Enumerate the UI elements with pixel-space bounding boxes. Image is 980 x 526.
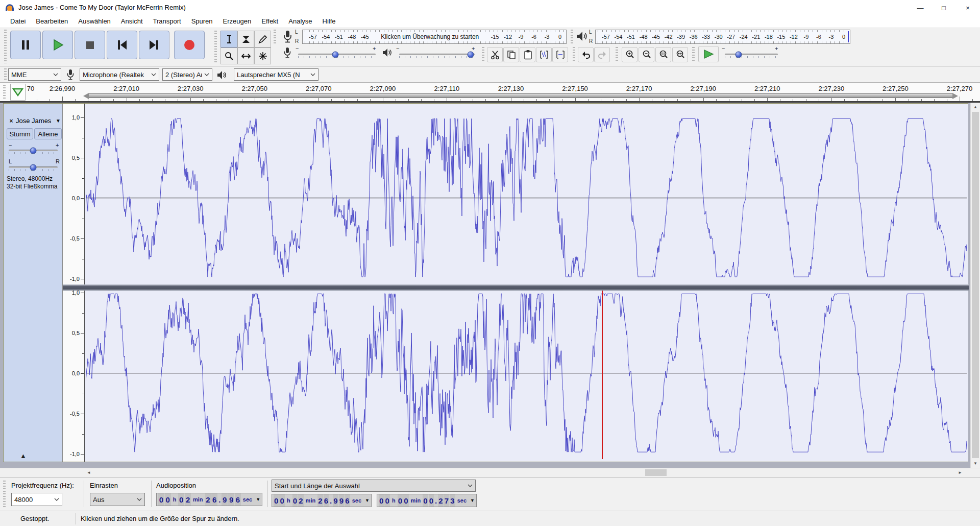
playback-volume-slider-thumb[interactable] bbox=[468, 52, 474, 58]
menu-datei[interactable]: Datei bbox=[5, 15, 31, 28]
edit-toolbar-grip[interactable] bbox=[482, 47, 484, 62]
time-digit[interactable]: 0 bbox=[158, 493, 164, 506]
time-digit[interactable]: 0 bbox=[292, 494, 298, 507]
field-dropdown-arrow-icon[interactable]: ▼ bbox=[363, 498, 370, 503]
audio-host-dropdown[interactable]: MME bbox=[8, 68, 61, 81]
track-close-button[interactable]: × bbox=[7, 116, 16, 126]
playback-volume-slider[interactable] bbox=[399, 54, 475, 55]
speed-slider-thumb[interactable] bbox=[736, 52, 742, 58]
pan-slider-thumb[interactable] bbox=[30, 164, 37, 171]
menu-effekt[interactable]: Effekt bbox=[256, 15, 283, 28]
zoom-tool-button[interactable] bbox=[220, 47, 237, 64]
zoom-out-button[interactable] bbox=[639, 47, 654, 62]
pause-button[interactable] bbox=[10, 31, 41, 59]
recording-meter[interactable]: -57-54-51-48-45-15-12-9-6-30Klicken um Ü… bbox=[302, 30, 567, 44]
speed-slider[interactable] bbox=[725, 54, 778, 55]
redo-button[interactable] bbox=[594, 47, 610, 62]
field-dropdown-arrow-icon[interactable]: ▼ bbox=[469, 498, 475, 503]
stop-button[interactable] bbox=[75, 31, 105, 59]
audio-position-field[interactable]: 00h02min26.996sec▼ bbox=[156, 493, 262, 506]
playback-meter-grip[interactable] bbox=[571, 30, 573, 44]
time-digit[interactable]: 9 bbox=[333, 494, 338, 507]
menu-transport[interactable]: Transport bbox=[148, 15, 186, 28]
input-channels-dropdown[interactable]: 2 (Stereo) Au bbox=[162, 68, 212, 81]
timeline-grip[interactable] bbox=[3, 85, 6, 100]
play-at-speed-button[interactable] bbox=[698, 46, 719, 62]
horizontal-scrollbar[interactable]: ◄ ► bbox=[0, 468, 980, 477]
time-digit[interactable]: 6 bbox=[345, 494, 350, 507]
transport-toolbar-grip[interactable] bbox=[4, 30, 7, 63]
selection-toolbar-grip[interactable] bbox=[3, 481, 6, 508]
track-name-dropdown[interactable]: Jose James ▼ bbox=[16, 116, 61, 125]
timeline-ruler[interactable]: 70 2:26,9902:27,0102:27,0302:27,0502:27,… bbox=[0, 83, 980, 102]
time-digit[interactable]: 2 bbox=[185, 493, 191, 506]
scroll-up-arrow[interactable]: ▲ bbox=[971, 103, 980, 111]
skip-to-start-button[interactable] bbox=[107, 31, 137, 59]
channel-divider[interactable] bbox=[63, 284, 969, 291]
time-digit[interactable]: 0 bbox=[165, 493, 171, 506]
record-volume-slider-thumb[interactable] bbox=[332, 52, 339, 58]
time-digit[interactable]: 0 bbox=[423, 494, 428, 507]
selection-length-field[interactable]: 00h00min00.273sec▼ bbox=[377, 494, 477, 507]
time-digit[interactable]: 0 bbox=[384, 494, 389, 507]
undo-toolbar-grip[interactable] bbox=[573, 47, 575, 62]
field-dropdown-arrow-icon[interactable]: ▼ bbox=[254, 497, 260, 502]
zoom-in-button[interactable] bbox=[622, 47, 638, 62]
time-digit[interactable]: 2 bbox=[438, 494, 443, 507]
selection-mode-dropdown[interactable]: Start und Länge der Auswahl bbox=[272, 480, 476, 492]
playback-meter[interactable]: -57-54-51-48-45-42-39-36-33-30-27-24-21-… bbox=[595, 30, 850, 44]
time-digit[interactable]: 9 bbox=[228, 493, 234, 506]
silence-audio-button[interactable] bbox=[552, 47, 568, 62]
collapse-track-button[interactable]: ▲ bbox=[20, 452, 27, 460]
time-digit[interactable]: 9 bbox=[222, 493, 228, 506]
tools-toolbar-grip[interactable] bbox=[214, 31, 217, 63]
waveform-channel-left[interactable] bbox=[86, 117, 967, 279]
time-digit[interactable]: 0 bbox=[379, 494, 384, 507]
envelope-tool-button[interactable] bbox=[237, 31, 254, 47]
time-digit[interactable]: 6 bbox=[211, 493, 217, 506]
menu-ansicht[interactable]: Ansicht bbox=[116, 15, 148, 28]
output-device-dropdown[interactable]: Lautsprecher MX5 (N bbox=[234, 68, 318, 81]
project-rate-dropdown[interactable]: 48000 bbox=[11, 493, 62, 506]
selection-start-field[interactable]: 00h02min26.996sec▼ bbox=[272, 494, 372, 507]
menu-hilfe[interactable]: Hilfe bbox=[317, 15, 341, 28]
trim-audio-button[interactable] bbox=[536, 47, 552, 62]
scroll-down-arrow[interactable]: ▼ bbox=[971, 459, 980, 468]
time-digit[interactable]: 9 bbox=[339, 494, 344, 507]
vertical-ruler[interactable]: 1,00,50,0-0,5-1,01,00,50,0-0,5-1,0 bbox=[63, 104, 85, 462]
time-digit[interactable]: 0 bbox=[429, 494, 434, 507]
record-button[interactable] bbox=[174, 31, 205, 59]
time-digit[interactable]: 3 bbox=[450, 494, 455, 507]
play-button[interactable] bbox=[42, 31, 73, 59]
menu-analyse[interactable]: Analyse bbox=[283, 15, 317, 28]
time-digit[interactable]: 6 bbox=[235, 493, 241, 506]
multi-tool-button[interactable] bbox=[254, 47, 271, 64]
pin-playhead-button[interactable] bbox=[10, 84, 26, 101]
skip-to-end-button[interactable] bbox=[139, 31, 169, 59]
vertical-scrollbar-thumb[interactable] bbox=[972, 112, 979, 458]
horizontal-scrollbar-thumb[interactable] bbox=[645, 469, 667, 476]
mute-button[interactable]: Stumm bbox=[7, 128, 33, 139]
menu-erzeugen[interactable]: Erzeugen bbox=[218, 15, 257, 28]
scroll-left-arrow[interactable]: ◄ bbox=[84, 468, 93, 477]
time-digit[interactable]: 0 bbox=[274, 494, 279, 507]
time-digit[interactable]: 0 bbox=[178, 493, 184, 506]
snap-to-dropdown[interactable]: Aus bbox=[90, 493, 145, 506]
paste-button[interactable] bbox=[520, 47, 535, 62]
menu-auswhlen[interactable]: Auswählen bbox=[73, 15, 116, 28]
zoom-toolbar-grip[interactable] bbox=[616, 47, 618, 62]
time-digit[interactable]: 2 bbox=[205, 493, 211, 506]
time-digit[interactable]: 2 bbox=[317, 494, 323, 507]
maximize-button[interactable]: □ bbox=[932, 0, 955, 15]
time-digit[interactable]: 2 bbox=[298, 494, 303, 507]
time-digit[interactable]: 0 bbox=[403, 494, 408, 507]
undo-button[interactable] bbox=[578, 47, 594, 62]
cut-button[interactable] bbox=[487, 47, 503, 62]
menu-spuren[interactable]: Spuren bbox=[186, 15, 218, 28]
solo-button[interactable]: Alleine bbox=[34, 128, 62, 139]
time-digit[interactable]: 6 bbox=[324, 494, 329, 507]
close-button[interactable]: × bbox=[955, 0, 980, 15]
minimize-button[interactable]: — bbox=[909, 0, 932, 15]
time-digit[interactable]: 0 bbox=[279, 494, 284, 507]
timeline-selection-bar[interactable] bbox=[88, 93, 953, 98]
